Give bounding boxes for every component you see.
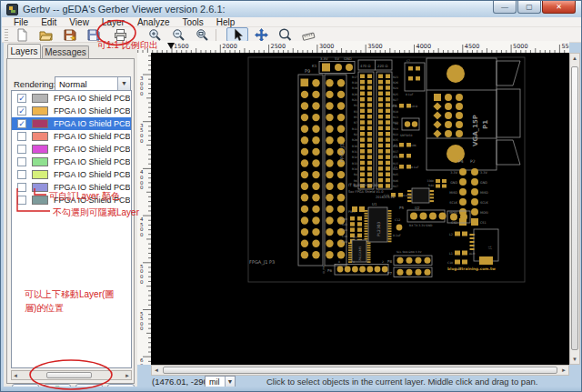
- hscroll-thumb[interactable]: [163, 367, 557, 374]
- layer-row-2[interactable]: ✓FPGA IO Shield PCB_20160225-: [12, 105, 131, 117]
- tab-messages[interactable]: Messages: [42, 45, 89, 58]
- zoom-out-button[interactable]: [167, 27, 189, 42]
- save-as-button[interactable]: [58, 27, 80, 42]
- svg-text:0.1uF: 0.1uF: [406, 93, 414, 96]
- scroll-right-icon[interactable]: ►: [561, 367, 567, 373]
- zoom-fit-button[interactable]: [191, 27, 213, 42]
- rendering-select[interactable]: Normal ▼: [55, 76, 131, 91]
- menu-edit[interactable]: Edit: [35, 17, 63, 27]
- canvas-hscrollbar[interactable]: ◄ ►: [151, 365, 569, 376]
- scroll-down-icon[interactable]: ▼: [572, 357, 577, 362]
- app-icon: [6, 4, 18, 15]
- menu-tools[interactable]: Tools: [176, 17, 209, 27]
- zoom-out-icon: [172, 28, 186, 42]
- layer-name: FPGA IO Shield PCB_20160225-: [54, 132, 130, 141]
- layer-row-5[interactable]: FPGA IO Shield PCB_20160225-: [12, 143, 131, 156]
- layer-row-7[interactable]: FPGA IO Shield PCB_20160225-: [12, 168, 131, 181]
- tab-layers[interactable]: Layers: [7, 44, 41, 58]
- layer-color-swatch[interactable]: [32, 145, 48, 154]
- layer-visibility-checkbox[interactable]: [17, 132, 26, 141]
- svg-text:P8: P8: [387, 259, 392, 264]
- layer-row-1[interactable]: ✓FPGA IO Shield PCB_20160225-: [12, 92, 131, 105]
- pan-icon: [255, 28, 268, 42]
- layer-visibility-checkbox[interactable]: [17, 145, 26, 154]
- maximize-button[interactable]: ▢: [517, 1, 541, 14]
- svg-text:R14: R14: [393, 127, 398, 131]
- scroll-left-icon[interactable]: ◄: [13, 373, 18, 378]
- layer-visibility-checkbox[interactable]: [17, 157, 26, 166]
- svg-text:0: 0: [140, 232, 144, 237]
- titlebar[interactable]: Gerbv -- gEDA's Gerber Viewer version 2.…: [1, 1, 582, 17]
- layer-list-hscrollbar[interactable]: ◄ ►: [11, 370, 132, 380]
- scroll-up-icon[interactable]: ▲: [572, 55, 577, 61]
- svg-text:2500: 2500: [271, 43, 286, 50]
- menu-analyze[interactable]: Analyze: [131, 17, 176, 27]
- vscroll-thumb[interactable]: [571, 66, 578, 350]
- zoom-tool-button[interactable]: [274, 27, 296, 42]
- chevron-down-icon[interactable]: ▼: [117, 77, 130, 90]
- rendering-label: Rendering:: [14, 79, 55, 89]
- layer-visibility-checkbox[interactable]: ✓: [17, 106, 26, 116]
- layer-color-swatch[interactable]: [32, 170, 48, 179]
- layer-color-swatch[interactable]: [32, 132, 48, 141]
- svg-text:2000: 2000: [222, 43, 237, 50]
- menu-bar: FileEditViewLayerAnalyzeToolsHelp: [2, 17, 582, 27]
- svg-text:R1: R1: [354, 104, 357, 107]
- scroll-right-icon[interactable]: ►: [125, 373, 130, 378]
- layer-visibility-checkbox[interactable]: [17, 170, 26, 179]
- svg-text:330k: 330k: [427, 179, 435, 183]
- svg-text:0: 0: [140, 185, 144, 190]
- svg-text:C5: C5: [394, 155, 397, 158]
- layer-row-6[interactable]: FPGA IO Shield PCB_20160225-: [12, 156, 131, 168]
- menu-help[interactable]: Help: [210, 17, 242, 27]
- layer-name: FPGA IO Shield PCB_20160225-: [54, 157, 130, 166]
- svg-text:0: 0: [140, 363, 144, 365]
- layer-color-swatch[interactable]: [32, 94, 48, 103]
- layer-color-swatch[interactable]: [32, 106, 48, 116]
- pan-button[interactable]: [250, 27, 272, 42]
- svg-text:C16: C16: [342, 235, 347, 238]
- svg-text:MISO: MISO: [449, 191, 457, 195]
- svg-text:ALM: ALM: [469, 252, 476, 256]
- svg-text:R4: R4: [354, 173, 357, 176]
- layer-visibility-checkbox[interactable]: ✓: [17, 119, 26, 128]
- svg-text:P9: P9: [305, 68, 310, 74]
- layer-color-swatch[interactable]: [32, 157, 48, 166]
- pcb-canvas[interactable]: 3.3V5VGNDK1P9FPGA_J1470 Ω220 ΩR17R18R19R…: [151, 53, 569, 365]
- close-button[interactable]: ✕: [542, 1, 576, 14]
- svg-text:MOSI: MOSI: [480, 211, 488, 215]
- new-file-icon: [15, 28, 29, 42]
- layer-color-swatch[interactable]: [32, 196, 48, 205]
- hscroll-thumb[interactable]: [46, 372, 92, 378]
- svg-text:R27: R27: [393, 98, 398, 102]
- layer-row-4[interactable]: FPGA IO Shield PCB_20160225-: [12, 130, 131, 143]
- move-note-line1: 可以上下移動Layer(圖: [25, 288, 114, 301]
- canvas-vscrollbar[interactable]: ▲ ▼: [569, 53, 580, 365]
- svg-text:R45: R45: [393, 173, 398, 176]
- layer-visibility-checkbox[interactable]: [17, 183, 26, 192]
- menu-file[interactable]: File: [7, 17, 35, 27]
- open-button[interactable]: [35, 27, 56, 42]
- minimize-button[interactable]: —: [493, 1, 517, 14]
- svg-text:E1: E1: [395, 122, 398, 126]
- svg-text:SCL SDA GND 3.3V: SCL SDA GND 3.3V: [396, 250, 421, 254]
- svg-text:C7: C7: [406, 59, 410, 63]
- layer-color-swatch[interactable]: [32, 119, 48, 128]
- menu-view[interactable]: View: [63, 17, 95, 27]
- layer-visibility-checkbox[interactable]: ✓: [17, 94, 26, 103]
- pointer-button[interactable]: [226, 27, 248, 42]
- layer-visibility-checkbox[interactable]: [17, 196, 26, 205]
- measure-button[interactable]: [297, 27, 319, 42]
- zoom-tool-icon: [278, 28, 292, 42]
- chevron-down-icon[interactable]: ▼: [225, 377, 235, 387]
- svg-text:3.3V: 3.3V: [480, 171, 487, 175]
- svg-text:R17: R17: [352, 75, 357, 79]
- layer-color-swatch[interactable]: [32, 183, 48, 192]
- svg-text:GND: GND: [450, 181, 457, 185]
- svg-text:R35: R35: [393, 138, 398, 142]
- menu-layer[interactable]: Layer: [95, 17, 131, 27]
- layer-name: FPGA IO Shield PCB_20160225-: [54, 119, 130, 128]
- layer-row-3[interactable]: ✓FPGA IO Shield PCB_20160225-: [12, 117, 131, 130]
- scroll-left-icon[interactable]: ◄: [154, 367, 159, 373]
- new-file-button[interactable]: [11, 27, 33, 42]
